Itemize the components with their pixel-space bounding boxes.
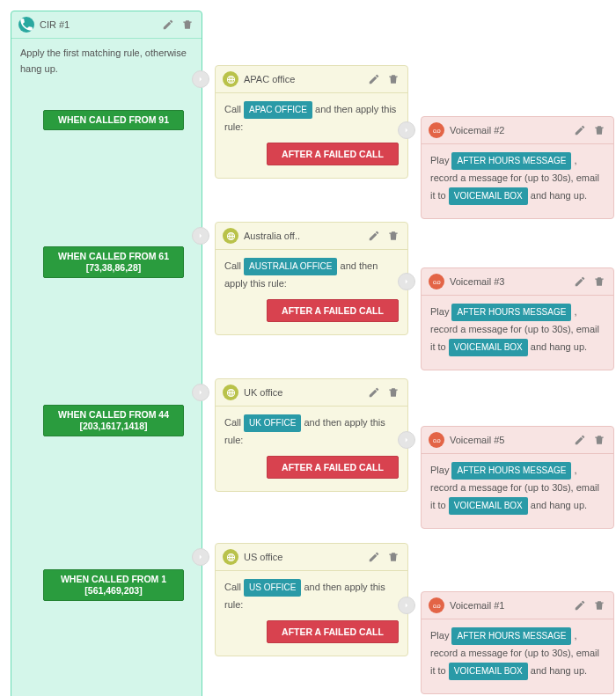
office-card: Australia off..Call AUSTRALIA OFFICE and… — [215, 222, 408, 335]
vm-end: and hang up. — [528, 665, 587, 676]
vm-title: Voicemail #3 — [450, 276, 573, 287]
delete-icon[interactable] — [592, 433, 606, 447]
edit-icon[interactable] — [573, 275, 587, 289]
office-title: UK office — [244, 387, 367, 398]
box-tag[interactable]: VOICEMAIL BOX — [449, 339, 528, 356]
message-tag[interactable]: AFTER HOURS MESSAGE — [451, 304, 571, 321]
edit-icon[interactable] — [367, 229, 381, 243]
vm-title: Voicemail #1 — [450, 600, 573, 611]
office-header: US office — [216, 544, 407, 571]
message-tag[interactable]: AFTER HOURS MESSAGE — [451, 462, 571, 480]
office-card: US officeCall US OFFICE and then apply t… — [215, 543, 408, 656]
office-tag[interactable]: APAC OFFICE — [244, 101, 312, 119]
delete-icon[interactable] — [592, 275, 606, 289]
vm-play: Play — [430, 630, 451, 641]
office-card: UK officeCall UK OFFICE and then apply t… — [215, 378, 408, 492]
delete-icon[interactable] — [386, 229, 400, 243]
office-header: Australia off.. — [216, 223, 407, 250]
rule-button[interactable]: WHEN CALLED FROM 44 [203,1617,1418] — [43, 405, 184, 436]
vm-end: and hang up. — [528, 190, 587, 201]
office-title: APAC office — [244, 74, 367, 84]
office-body: Call UK OFFICE and then apply this rule:… — [216, 407, 407, 491]
delete-icon[interactable] — [386, 385, 400, 399]
office-title: US office — [244, 552, 367, 562]
voicemail-card: o.oVoicemail #1Play AFTER HOURS MESSAGE … — [421, 591, 614, 694]
call-prefix: Call — [224, 417, 244, 428]
voicemail-card: o.oVoicemail #2Play AFTER HOURS MESSAGE … — [421, 116, 614, 219]
arrow-icon — [398, 431, 415, 449]
voicemail-icon: o.o — [429, 122, 444, 138]
arrow-icon — [192, 548, 209, 566]
arrow-icon — [398, 597, 415, 614]
cir-body: Apply the first matching rule, otherwise… — [11, 39, 202, 696]
box-tag[interactable]: VOICEMAIL BOX — [449, 663, 528, 680]
vm-end: and hang up. — [528, 341, 587, 352]
office-header: UK office — [216, 379, 407, 407]
edit-icon[interactable] — [367, 385, 381, 399]
arrow-icon — [192, 70, 209, 88]
rule-button[interactable]: WHEN CALLED FROM 61 [73,38,86,28] — [43, 246, 184, 278]
vm-play: Play — [430, 306, 451, 317]
office-body: Call AUSTRALIA OFFICE and then apply thi… — [216, 250, 407, 334]
arrow-icon — [398, 121, 415, 139]
globe-icon — [223, 549, 238, 565]
delete-icon[interactable] — [592, 598, 606, 612]
office-tag[interactable]: UK OFFICE — [244, 414, 301, 432]
edit-icon[interactable] — [573, 123, 587, 137]
arrow-icon — [192, 384, 209, 401]
globe-icon — [223, 228, 238, 244]
globe-icon — [223, 71, 238, 87]
box-tag[interactable]: VOICEMAIL BOX — [449, 187, 528, 205]
delete-icon[interactable] — [386, 72, 400, 86]
call-prefix: Call — [224, 582, 244, 592]
call-prefix: Call — [224, 104, 244, 114]
voicemail-card: o.oVoicemail #5Play AFTER HOURS MESSAGE … — [421, 426, 614, 529]
vm-header: o.oVoicemail #1 — [422, 592, 613, 619]
edit-icon[interactable] — [573, 598, 587, 612]
arrow-icon — [192, 227, 209, 245]
vm-header: o.oVoicemail #5 — [422, 427, 613, 454]
failed-call-button[interactable]: AFTER A FAILED CALL — [267, 456, 399, 480]
office-tag[interactable]: US OFFICE — [244, 579, 301, 597]
voicemail-icon: o.o — [429, 274, 444, 289]
voicemail-icon: o.o — [429, 432, 444, 448]
cir-header: CIR #1 — [11, 11, 202, 39]
edit-icon[interactable] — [573, 433, 587, 447]
vm-title: Voicemail #2 — [450, 125, 573, 136]
vm-title: Voicemail #5 — [450, 435, 573, 445]
delete-icon[interactable] — [180, 18, 194, 32]
voicemail-card: o.oVoicemail #3Play AFTER HOURS MESSAGE … — [421, 267, 614, 370]
voicemail-icon: o.o — [429, 597, 444, 613]
vm-play: Play — [430, 155, 451, 165]
rule-button[interactable]: WHEN CALLED FROM 91 — [43, 110, 184, 130]
edit-icon[interactable] — [367, 72, 381, 86]
vm-body: Play AFTER HOURS MESSAGE , record a mess… — [422, 619, 613, 693]
office-header: APAC office — [216, 66, 407, 93]
message-tag[interactable]: AFTER HOURS MESSAGE — [451, 627, 571, 645]
cir-description: Apply the first matching rule, otherwise… — [20, 46, 193, 77]
failed-call-button[interactable]: AFTER A FAILED CALL — [267, 620, 399, 644]
globe-icon — [223, 385, 238, 400]
vm-header: o.oVoicemail #2 — [422, 117, 613, 144]
vm-body: Play AFTER HOURS MESSAGE , record a mess… — [422, 454, 613, 528]
office-card: APAC officeCall APAC OFFICE and then app… — [215, 65, 408, 179]
call-prefix: Call — [224, 260, 244, 271]
delete-icon[interactable] — [386, 550, 400, 564]
vm-end: and hang up. — [528, 500, 587, 510]
delete-icon[interactable] — [592, 123, 606, 137]
edit-icon[interactable] — [161, 18, 175, 32]
office-title: Australia off.. — [244, 231, 367, 241]
arrow-icon — [398, 273, 415, 290]
rule-button[interactable]: WHEN CALLED FROM 1 [561,469,203] — [43, 569, 184, 601]
failed-call-button[interactable]: AFTER A FAILED CALL — [267, 299, 399, 323]
cir-title: CIR #1 — [40, 19, 161, 30]
message-tag[interactable]: AFTER HOURS MESSAGE — [451, 152, 571, 170]
office-body: Call US OFFICE and then apply this rule:… — [216, 571, 407, 656]
failed-call-button[interactable]: AFTER A FAILED CALL — [267, 143, 399, 166]
edit-icon[interactable] — [367, 550, 381, 564]
vm-body: Play AFTER HOURS MESSAGE , record a mess… — [422, 144, 613, 218]
office-tag[interactable]: AUSTRALIA OFFICE — [244, 258, 337, 275]
box-tag[interactable]: VOICEMAIL BOX — [449, 497, 528, 515]
phone-icon — [18, 17, 34, 33]
vm-play: Play — [430, 465, 451, 475]
